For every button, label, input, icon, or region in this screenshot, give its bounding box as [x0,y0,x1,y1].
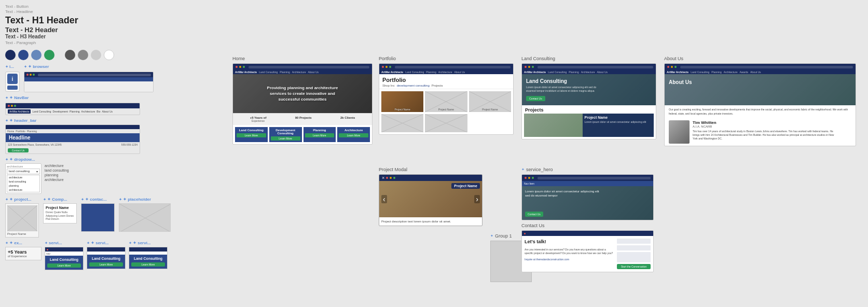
home-nav-plan[interactable]: Planning [280,71,290,74]
pf-tab-3[interactable]: Projects [432,84,443,87]
about-nav-arch[interactable]: Architecture [724,71,738,74]
sh-dot-red [525,177,527,179]
home-nav-about[interactable]: About Us [308,71,319,74]
pf-item-3-name: Project Name [469,108,511,111]
about-url-bar[interactable] [680,66,853,68]
sh-hero-btn[interactable]: Contact Us [525,212,543,217]
home-section: Home ArtWar Architects Land Consulting P… [232,56,373,145]
browser-url-bar[interactable] [38,74,151,76]
ex-servi-row: ✦ ex... +5 Years of Experience servi... … [5,241,171,270]
lc-nav-item3[interactable]: Architecture [581,71,595,74]
hb-nav-item1[interactable]: Home [7,130,14,133]
navbar-item-about[interactable]: About Us [102,110,113,113]
navbar-item-bio[interactable]: Bio [97,110,100,113]
about-nav-lc[interactable]: Land Consulting [691,71,709,74]
pf-nav-item3[interactable]: Architecture [438,71,452,74]
home-dot-red [236,66,238,68]
navbar-dot-yellow [11,105,13,107]
placeholder-wrapper: ✦ placeholder [119,197,171,232]
dropdown-option-1[interactable]: architecture [7,175,39,179]
navbar-item-plan[interactable]: Planning [70,110,79,113]
dropdown-option-3[interactable]: planning [7,184,39,188]
pf-tab-1[interactable]: Shop Inc [382,84,395,87]
contact-submit-btn[interactable]: Start the Conversation [617,264,651,269]
home-url-bar[interactable] [249,66,369,68]
about-nav-awards[interactable]: Awards [739,71,748,74]
portfolio-label: Portfolio [379,56,514,61]
home-service-4-btn[interactable]: Learn More [339,133,368,137]
typography-section: Text - Button Text - Headline Text - H1 … [5,4,171,46]
service-hero-section: ✦ service_hero Nav Item Lorem ipsum dolo… [521,167,654,220]
swatch-navy [18,50,29,60]
about-person-info: Tim Whitten A.I.A. NCARB Tim has over 14… [693,120,838,141]
contact-left: Let's talk! Are you interested in our se… [525,239,614,269]
lc-browser-frame: ArtWar Architects Land Consulting Planni… [521,63,656,139]
modal-prev-btn[interactable]: ‹ [381,195,387,203]
navbar-item-lc[interactable]: Land Consulting [32,110,51,113]
header-bar-wrapper: ✦ header_bar Home Portfolio Planning Hea… [5,118,171,154]
hb-nav-item2[interactable]: Portfolio [16,130,25,133]
modal-body: Project description text lorem ipsum dol… [379,217,482,226]
sh-url-bar[interactable] [538,177,651,179]
contact-frame: Let's talk! Are you interested in our se… [521,230,654,272]
dropdown-option-2[interactable]: land consulting [7,179,39,184]
servi2-body: Land Consulting Learn More [87,255,125,269]
modal-close-btn[interactable]: × [382,175,384,180]
contact-field-1[interactable] [617,239,651,244]
sh-frame: Nav Item Lorem ipsum dolor sit amet cons… [521,174,654,220]
lc-nav-item1[interactable]: Land Consulting [548,71,567,74]
pf-nav: ArtWar Architects Land Consulting Planni… [379,70,513,74]
lc-nav: ArtWar Architects Land Consulting Planni… [522,70,656,74]
pf-nav-item4[interactable]: About Us [454,71,465,74]
hb-nav-item3[interactable]: Planning [27,130,37,133]
dropdown-field[interactable]: land consulting ▾ [7,169,40,174]
home-service-2-btn[interactable]: Learn More [271,136,300,141]
hb-contact-btn[interactable]: Contact Us [8,148,29,152]
home-nav-lc[interactable]: Land Consulting [259,71,278,74]
pf-url-bar[interactable] [395,66,511,68]
dropdown-title: architecture [7,165,40,168]
hb-headline: Headline [6,133,140,142]
home-nav-arch[interactable]: Architecture [292,71,306,74]
home-service-1-btn[interactable]: Learn More [237,133,266,137]
components-row2: ✦ project... Project Name ✦ Comp... Proj… [5,197,171,238]
navbar-item-arch[interactable]: Architecture [81,110,95,113]
about-nav-plan[interactable]: Planning [711,71,721,74]
servi3-btn[interactable]: Learn More [131,262,165,267]
modal-next-btn[interactable]: › [474,195,480,203]
lc-label: Land Consulting [521,56,656,61]
lc-hero-desc: Lorem ipsum dolor sit amet consectetur a… [526,86,599,93]
home-service-2-title: Development Consulting [271,129,300,135]
i-component-wrapper: i... i [5,64,20,92]
servi2-top [87,247,125,252]
pf-nav-item2[interactable]: Planning [426,71,436,74]
contact-textarea[interactable] [617,252,651,262]
home-service-1: Land Consulting Learn More [235,127,268,142]
lc-nav-item4[interactable]: About Us [597,71,608,74]
pf-item-5-icon [425,114,467,132]
swatch-light-gray [91,50,101,60]
about-nav-about[interactable]: About Us [750,71,761,74]
navbar-items: ArtWar Architects Land Consulting Develo… [6,108,140,115]
dropdown-value: land consulting [9,170,30,173]
lc-url-bar[interactable] [538,66,653,68]
dropdown-option-4[interactable]: architecture [7,188,39,192]
dropdown-component[interactable]: architecture land consulting ▾ architect… [5,163,42,194]
about-person-name: Tim Whitten [693,120,838,125]
pf-grid-row2 [379,114,513,134]
pf-tab-2[interactable]: development consulting [397,84,430,87]
pf-nav-item1[interactable]: Land Consulting [405,71,424,74]
contact-field-2[interactable] [617,245,651,250]
lc-hero-btn[interactable]: Contact Us [526,96,545,101]
navbar-item-dc[interactable]: Development [53,110,68,113]
sh-nav-item[interactable]: Nav Item [524,182,534,185]
paragraph-label: Text - Paragraph [5,40,171,46]
servi1-btn[interactable]: Learn More [47,263,81,268]
canvas: Text - Button Text - Headline Text - H1 … [0,0,868,307]
home-service-3-btn[interactable]: Learn More [305,133,335,137]
pf-brand: ArtWar Architects [381,71,403,74]
lc-nav-item2[interactable]: Planning [569,71,578,74]
servi2-btn[interactable]: Learn More [89,262,123,267]
project-name: Project Name [7,232,37,235]
servi1-nav: nav [45,252,83,256]
